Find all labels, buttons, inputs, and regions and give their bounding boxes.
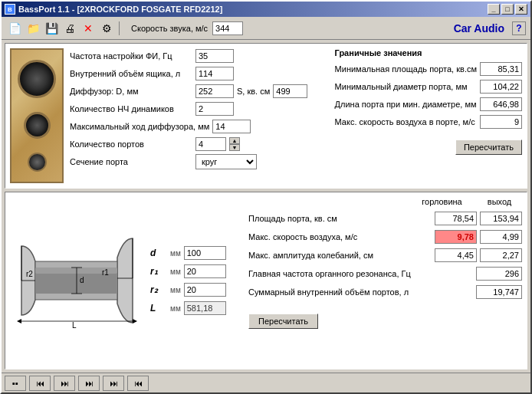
status-btn-4[interactable]: ⏭ [103,376,124,391]
open-icon[interactable]: 📁 [25,20,41,37]
param-label-0: Частота настройки ФИ, Гц [70,51,192,61]
main-window: B BassPort 1.1 - [2XROCKFORD FOSGATE RFD… [0,0,532,394]
port-input-d[interactable] [184,246,226,260]
result-value-2b [480,248,522,262]
limit-value-1[interactable] [480,80,522,94]
result-value-0b [480,212,522,225]
param-label-6: Сечение порта [70,157,192,166]
svg-marker-14 [17,319,21,323]
port-label-r1: r₁ [150,266,167,277]
speed-input[interactable] [212,21,243,35]
svg-text:r1: r1 [102,268,109,277]
limits-panel: Граничные значения Минимальная площадь п… [335,48,522,183]
recalc-top-button[interactable]: Пересчитать [455,140,522,155]
status-btn-2[interactable]: ⏭ [54,376,75,391]
limit-row-2: Длина порта при мин. диаметре, мм [335,97,522,112]
toolbar-separator [119,21,120,35]
result-value-2a [435,248,477,262]
limit-value-0[interactable] [480,62,522,76]
bottom-panel: r2 r1 d L [5,192,527,369]
param-row-1: Внутренний объём ящика, л [70,66,329,81]
port-input-r1[interactable] [184,264,226,278]
results-area: горловина выход Площадь порта, кв. см Ма… [248,197,522,364]
speaker-image [10,48,64,183]
param-label-1: Внутренний объём ящика, л [70,69,192,78]
limit-label-3: Макс. скорость воздуха в порте, м/с [335,117,477,126]
status-btn-3[interactable]: ⏭ [78,376,100,391]
param-row-4: Максимальный ход диффузора, мм [70,119,329,134]
limit-row-0: Минимальная площадь порта, кв.см [335,61,522,77]
speed-label: Скорость звука, м/с [131,24,208,33]
svg-text:L: L [72,321,77,330]
results-col-vyhod: выход [478,197,521,206]
result-row-0: Площадь порта, кв. см [248,211,522,226]
param-input-1[interactable] [195,67,234,80]
param-label-2: Диффузор: D, мм [70,87,192,96]
spinner-up[interactable]: ▲ [229,137,240,144]
result-label-0: Площадь порта, кв. см [248,214,432,223]
param-input-5[interactable] [195,137,226,151]
limit-label-1: Минимальный диаметр порта, мм [335,82,477,91]
new-icon[interactable]: 📄 [6,20,23,37]
result-row-4: Суммарный внутренний объём портов, л [248,284,522,300]
spinner-down[interactable]: ▼ [229,144,240,151]
result-value-0a [435,212,477,225]
result-label-2: Макс. амплитуда колебаний, см [248,251,432,260]
port-input-l [184,301,226,315]
param-input-2d[interactable] [195,84,234,98]
save-icon[interactable]: 💾 [43,20,60,37]
param-input-0[interactable] [195,49,234,63]
param-input-3[interactable] [195,102,234,116]
result-row-1: Макс. скорость воздуха, м/с [248,229,522,245]
param-row-3: Количество НЧ динамиков [70,101,329,117]
settings-icon[interactable]: ⚙ [98,20,115,37]
port-unit-r1: мм [170,268,181,276]
port-unit-l: мм [170,304,181,313]
title-bar-left: B BassPort 1.1 - [2XROCKFORD FOSGATE RFD… [5,4,222,15]
maximize-button[interactable]: □ [501,4,514,15]
result-label-1: Макс. скорость воздуха, м/с [248,232,432,241]
speaker-cone-large [18,60,56,98]
param-input-2s[interactable] [273,84,307,98]
speaker-cone-medium [24,112,51,139]
main-content: Частота настройки ФИ, Гц Внутренний объё… [2,40,530,373]
minimize-button[interactable]: _ [488,4,500,15]
port-param-r1: r₁ мм [150,264,242,278]
svg-text:r2: r2 [26,270,33,278]
car-audio-label: Car Audio [454,22,504,34]
status-btn-0[interactable]: ▪▪ [5,376,26,391]
status-btn-5[interactable]: ⏮ [127,376,149,391]
limit-value-3[interactable] [480,115,522,129]
result-value-4a [476,285,522,299]
port-params: d мм r₁ мм r₂ мм L мм [150,197,242,364]
result-value-3a [476,267,522,281]
section-select[interactable]: круг [195,154,257,169]
result-label-4: Суммарный внутренний объём портов, л [248,287,473,297]
speaker-cone-small [28,153,47,172]
status-btn-1[interactable]: ⏮ [29,376,51,391]
delete-icon[interactable]: ✕ [80,20,97,37]
limit-label-0: Минимальная площадь порта, кв.см [335,64,477,74]
toolbar: 📄 📁 💾 🖨 ✕ ⚙ Скорость звука, м/с Car Audi… [2,17,530,40]
param-row-2: Диффузор: D, мм S, кв. см [70,84,329,99]
port-label-l: L [150,303,167,314]
print-icon[interactable]: 🖨 [61,20,78,37]
result-row-2: Макс. амплитуда колебаний, см [248,248,522,263]
param-input-4[interactable] [212,120,251,133]
recalc-bottom-button[interactable]: Пересчитать [248,314,318,329]
params-left: Частота настройки ФИ, Гц Внутренний объё… [70,48,329,183]
results-header: горловина выход [248,197,522,206]
result-row-3: Главная частота органного резонанса, Гц [248,266,522,281]
port-svg: r2 r1 d L [14,231,140,330]
result-value-1b [480,230,522,244]
limit-label-2: Длина порта при мин. диаметре, мм [335,100,477,109]
help-button[interactable]: ? [512,21,526,35]
param-row-6: Сечение порта круг [70,154,329,169]
port-input-r2[interactable] [184,283,226,297]
param-row-5: Количество портов ▲ ▼ [70,136,329,152]
port-label-r2: r₂ [150,284,167,295]
port-unit-r2: мм [170,286,181,294]
close-button[interactable]: ✕ [515,4,527,15]
port-unit-d: мм [170,249,181,258]
limit-value-2[interactable] [480,97,522,111]
